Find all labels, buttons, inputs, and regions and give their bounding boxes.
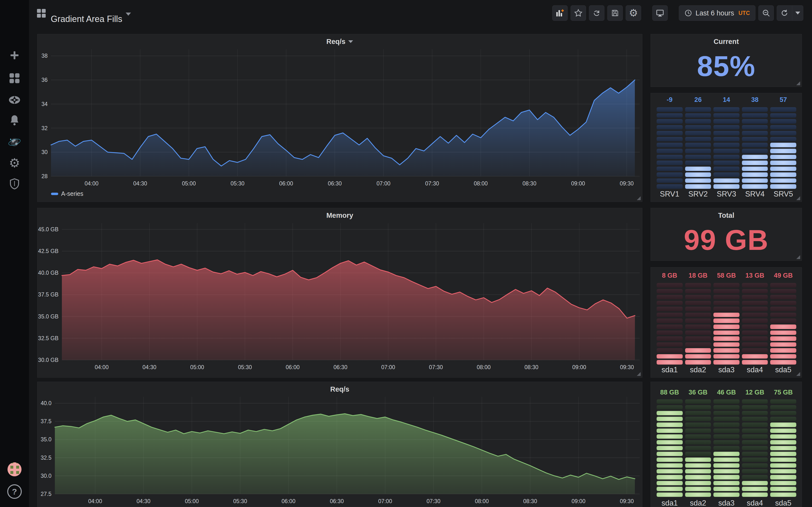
sidebar-item-configuration[interactable]: ⚙ [0,153,29,173]
gauge-cell-lit [742,481,768,485]
gauge-cell-unlit [742,143,768,147]
svg-text:08:00: 08:00 [477,364,491,370]
gauge-cell-unlit [685,405,711,409]
legend-item-a-series[interactable]: A-series [51,190,83,197]
sidebar-item-dashboards[interactable] [0,68,29,89]
panel-title-total[interactable]: Total [651,208,802,223]
share-button[interactable] [589,5,604,21]
gauge-cell-lit [657,354,683,359]
gauge-cell-stack [657,283,683,364]
sidebar-item-server-admin[interactable] [0,174,29,194]
gauge-cell-unlit [742,319,768,323]
user-avatar[interactable] [0,459,29,480]
page-title[interactable]: Gradient Area Fills [51,14,122,24]
panel-resize-handle[interactable] [637,372,641,376]
svg-text:42.5 GB: 42.5 GB [38,248,58,254]
gauge-cell-unlit [657,167,683,171]
panel-memory: 04:0004:3005:0005:3006:0006:3007:0007:30… [37,208,642,378]
reqs-green-chart[interactable]: 04:0004:3005:0005:3006:0006:3007:0007:30… [38,382,643,507]
time-range-picker[interactable]: Last 6 hours UTC [679,5,755,21]
gauge-name-label: sda5 [770,499,796,507]
svg-text:08:30: 08:30 [524,364,539,370]
panel-menu-caret-icon [348,40,353,43]
svg-text:09:00: 09:00 [572,364,586,370]
gauge-cell-unlit [770,113,796,118]
panel-resize-handle[interactable] [796,372,800,376]
dashboard-grid-icon[interactable] [37,9,46,19]
zoom-out-button[interactable] [758,5,774,21]
panel-resize-handle[interactable] [637,196,641,200]
star-button[interactable] [570,5,586,21]
gauge-cell-lit [770,336,796,341]
panel-title-current[interactable]: Current [651,34,802,49]
gauge-cell-lit [770,493,796,497]
gauge-cell-stack [742,283,768,364]
reqs-blue-chart[interactable]: 04:0004:3005:0005:3006:0006:3007:0007:30… [38,34,643,202]
gauge-cell-stack [713,283,740,364]
sidebar-item-help[interactable]: ? [0,482,29,502]
gauge-cell-lit [742,161,768,165]
lcd-gauge-column: -9SRV1 [657,93,683,202]
panel-title-reqs-blue[interactable]: Req/s [38,34,642,49]
svg-text:05:30: 05:30 [233,498,247,504]
gauge-cell-unlit [685,155,711,159]
panel-resize-handle[interactable] [796,81,800,85]
refresh-button[interactable] [777,5,792,21]
dashboard-settings-button[interactable]: ⚙ [626,5,641,21]
gauge-value-label: 57 [770,96,796,104]
gauge-cell-unlit [713,422,740,427]
svg-text:06:00: 06:00 [286,364,300,370]
sidebar-item-create[interactable] [0,45,29,65]
gauge-cell-lit [685,457,711,462]
sidebar-item-explore[interactable] [0,90,29,110]
panel-title-memory[interactable]: Memory [38,208,642,223]
gauge-cell-stack [657,107,683,189]
svg-text:05:00: 05:00 [190,364,204,370]
gauge-cell-unlit [685,301,711,305]
gauge-cell-lit [770,354,796,359]
panel-title-reqs-green[interactable]: Req/s [38,382,642,396]
gauge-cell-unlit [657,184,683,189]
svg-text:06:00: 06:00 [282,498,296,504]
add-panel-button[interactable] [552,5,568,21]
gauge-cell-lit [685,493,711,497]
sidebar-item-alerting[interactable] [0,110,29,130]
panel-resize-handle[interactable] [796,255,800,259]
panel-resize-handle[interactable] [796,196,800,200]
gauge-cell-lit [657,469,683,473]
gauge-value-label: 38 [742,96,768,104]
gauge-cell-lit [657,411,683,415]
refresh-interval-button[interactable] [792,5,803,21]
gauge-cell-lit [685,354,711,359]
panel-title-text: Memory [326,212,353,219]
gauge-name-label: SRV4 [742,190,768,199]
gauge-cell-unlit [685,161,711,165]
gauge-cell-unlit [742,149,768,153]
gauge-cell-unlit [742,336,768,341]
title-dropdown-icon[interactable] [126,12,131,16]
gauge-cell-unlit [713,137,740,142]
sidebar-item-worldmap[interactable] [0,132,29,152]
cycle-view-button[interactable] [652,5,668,21]
gauge-cell-unlit [685,313,711,317]
gauge-cell-lit [657,440,683,445]
gauge-cell-unlit [685,446,711,450]
panel-total-stat: Total 99 GB [651,208,802,261]
refresh-split-button [777,5,803,21]
gauge-cell-unlit [742,313,768,317]
total-stat-value: 99 GB [651,222,802,258]
gauge-cell-unlit [742,422,768,427]
gauge-cell-unlit [742,283,768,288]
gauge-cell-lit [657,493,683,497]
gauge-cell-unlit [657,399,683,404]
gauge-cell-lit [657,475,683,479]
gauge-cell-lit [713,457,740,462]
gauge-cell-unlit [657,178,683,183]
gauge-cell-lit [713,325,740,329]
memory-chart[interactable]: 04:0004:3005:0005:3006:0006:3007:0007:30… [38,208,643,378]
gauge-cell-unlit [657,325,683,329]
gauge-cell-unlit [742,342,768,347]
gauge-cell-unlit [713,131,740,135]
save-button[interactable] [607,5,623,21]
svg-text:07:30: 07:30 [426,498,441,504]
